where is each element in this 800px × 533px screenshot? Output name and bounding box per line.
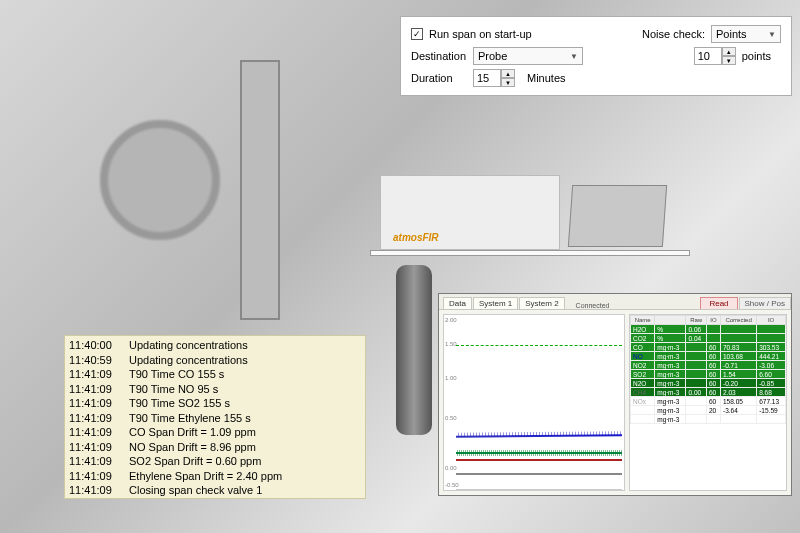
table-cell: % [655, 334, 686, 343]
destination-label: Destination [411, 50, 467, 62]
table-cell: mg·m-3 [655, 379, 686, 388]
table-cell: -15.59 [757, 406, 786, 415]
table-cell: 0.06 [686, 325, 706, 334]
stepper-down-icon[interactable]: ▼ [722, 56, 736, 65]
run-span-label: Run span on start-up [429, 28, 532, 40]
table-row[interactable]: mg·m-320-3.64-15.59 [631, 406, 786, 415]
table-row[interactable]: N2Omg·m-360-0.20-0.85 [631, 379, 786, 388]
table-row[interactable]: NOmg·m-360103.68444.21 [631, 352, 786, 361]
table-row[interactable]: SO2mg·m-3601.546.60 [631, 370, 786, 379]
table-cell: NO [631, 352, 655, 361]
table-cell [721, 334, 757, 343]
table-row[interactable]: NO2mg·m-360-0.71-3.06 [631, 361, 786, 370]
ytick: 0.50 [445, 415, 457, 421]
chart-tabbar: Data System 1 System 2 Connected Read Sh… [439, 294, 791, 310]
bg-table [370, 250, 690, 256]
log-message: Closing span check valve 1 [129, 483, 262, 498]
log-time: 11:41:09 [69, 367, 115, 382]
table-cell [631, 415, 655, 424]
grid-header[interactable]: Corrected [721, 316, 757, 325]
ytick: -0.50 [445, 482, 459, 488]
table-row[interactable]: CO2%0.04 [631, 334, 786, 343]
stepper-up-icon[interactable]: ▲ [722, 47, 736, 56]
tab-system1[interactable]: System 1 [473, 297, 518, 309]
bg-analyzer-box [380, 175, 560, 250]
table-cell: 0.00 [686, 388, 706, 397]
log-row: 11:41:09Closing span check valve 1 [69, 483, 361, 498]
ytick: 1.50 [445, 341, 457, 347]
duration-label: Duration [411, 72, 467, 84]
log-row: 11:41:09T90 Time CO 155 s [69, 367, 361, 382]
destination-value: Probe [478, 50, 507, 62]
series-red [456, 459, 622, 461]
log-row: 11:41:09CO Span Drift = 1.09 ppm [69, 425, 361, 440]
bg-decor [100, 120, 220, 240]
table-cell [706, 415, 720, 424]
table-cell: mg·m-3 [655, 415, 686, 424]
table-row[interactable]: COmg·m-36070.83303.53 [631, 343, 786, 352]
log-message: T90 Time CO 155 s [129, 367, 224, 382]
log-message: T90 Time NO 95 s [129, 382, 218, 397]
log-time: 11:41:09 [69, 425, 115, 440]
log-time: 11:41:09 [69, 440, 115, 455]
table-row[interactable]: CH4mg·m-30.00602.038.68 [631, 388, 786, 397]
table-cell: mg·m-3 [655, 370, 686, 379]
grid-header[interactable]: Raw [686, 316, 706, 325]
grid-header[interactable]: Name [631, 316, 655, 325]
destination-select[interactable]: Probe ▼ [473, 47, 583, 65]
noise-points-stepper[interactable]: 10 ▲ ▼ [694, 47, 736, 65]
log-row: 11:41:09Ethylene Span Drift = 2.40 ppm [69, 469, 361, 484]
series-blue [456, 434, 622, 437]
tab-data[interactable]: Data [443, 297, 472, 309]
table-cell: mg·m-3 [655, 388, 686, 397]
ytick: 1.00 [445, 375, 457, 381]
status-label: Connected [576, 302, 610, 309]
chevron-down-icon: ▼ [570, 52, 578, 61]
noise-check-value: Points [716, 28, 747, 40]
read-button[interactable]: Read [700, 297, 737, 309]
duration-value: 15 [473, 69, 501, 87]
stepper-up-icon[interactable]: ▲ [501, 69, 515, 78]
table-row[interactable]: NOxmg·m-360158.05677.13 [631, 397, 786, 406]
grid-header[interactable]: IO [706, 316, 720, 325]
table-cell [757, 325, 786, 334]
table-row[interactable]: mg·m-3 [631, 415, 786, 424]
log-message: NO Span Drift = 8.96 ppm [129, 440, 256, 455]
table-cell: mg·m-3 [655, 352, 686, 361]
tab-system2[interactable]: System 2 [519, 297, 564, 309]
log-time: 11:41:09 [69, 382, 115, 397]
noise-check-label: Noise check: [642, 28, 705, 40]
stepper-down-icon[interactable]: ▼ [501, 78, 515, 87]
log-message: Ethylene Span Drift = 2.40 ppm [129, 469, 282, 484]
tab-show-pos[interactable]: Show / Pos [739, 297, 791, 309]
table-cell: CO [631, 343, 655, 352]
table-cell: mg·m-3 [655, 406, 686, 415]
table-cell: NO2 [631, 361, 655, 370]
table-cell: -0.85 [757, 379, 786, 388]
table-cell [686, 352, 706, 361]
table-row[interactable]: H2O%0.06 [631, 325, 786, 334]
data-grid[interactable]: NameRawIOCorrectedIO H2O%0.06CO2%0.04COm… [629, 314, 787, 491]
table-cell: 1.54 [721, 370, 757, 379]
duration-stepper[interactable]: 15 ▲ ▼ [473, 69, 515, 87]
log-row: 11:41:09Span check stopped [69, 498, 361, 500]
table-cell: 303.53 [757, 343, 786, 352]
run-span-checkbox[interactable]: ✓ [411, 28, 423, 40]
table-cell [686, 343, 706, 352]
table-cell: NOx [631, 397, 655, 406]
table-cell [631, 406, 655, 415]
table-cell: 60 [706, 388, 720, 397]
table-cell: 60 [706, 361, 720, 370]
bg-laptop [568, 185, 667, 247]
grid-header[interactable]: IO [757, 316, 786, 325]
reference-line [456, 345, 622, 346]
log-message: Span check stopped [129, 498, 229, 500]
noise-check-select[interactable]: Points ▼ [711, 25, 781, 43]
table-cell: 20 [706, 406, 720, 415]
grid-header[interactable] [655, 316, 686, 325]
table-cell: mg·m-3 [655, 361, 686, 370]
table-cell: -3.06 [757, 361, 786, 370]
table-cell: 2.03 [721, 388, 757, 397]
ytick: 0.00 [445, 465, 457, 471]
table-cell: 0.04 [686, 334, 706, 343]
